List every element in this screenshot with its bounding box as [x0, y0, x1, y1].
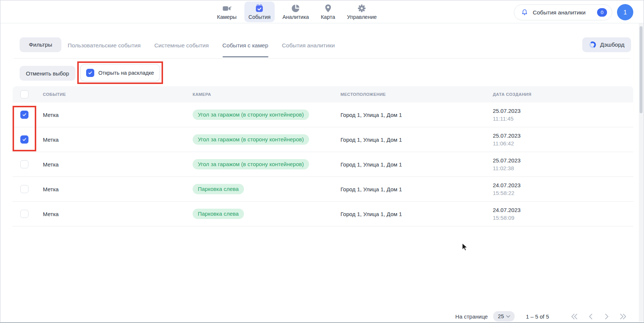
per-page-label: На странице — [455, 313, 488, 320]
dashboard-label: Дэшборд — [600, 41, 624, 48]
camera-icon — [222, 3, 232, 13]
dashboard-button[interactable]: Дэшборд — [582, 37, 631, 52]
created-cell: 25.07.202311:02:38 — [493, 157, 633, 172]
nav-item-cameras[interactable]: Камеры — [213, 1, 241, 22]
created-date: 24.07.2023 — [493, 206, 633, 214]
row-checkbox[interactable] — [20, 185, 28, 193]
table-header-row: СОБЫТИЕ КАМЕРА МЕСТОПОЛОЖЕНИЕ ДАТА СОЗДА… — [13, 86, 633, 102]
location-cell: Город 1, Улица 1, Дом 1 — [340, 161, 493, 168]
event-cell: Метка — [43, 161, 193, 168]
chevron-down-icon — [506, 315, 510, 318]
table-row[interactable]: Метка Парковка слева Город 1, Улица 1, Д… — [13, 202, 633, 226]
location-cell: Город 1, Улица 1, Дом 1 — [340, 211, 493, 217]
created-time: 15:58:09 — [493, 214, 633, 222]
row-checkbox[interactable] — [20, 210, 28, 218]
events-table: СОБЫТИЕ КАМЕРА МЕСТОПОЛОЖЕНИЕ ДАТА СОЗДА… — [13, 86, 633, 226]
row-checkbox[interactable] — [20, 160, 28, 168]
event-cell: Метка — [43, 211, 193, 217]
tabs: Пользовательские события Системные событ… — [68, 38, 335, 58]
created-date: 25.07.2023 — [493, 107, 633, 115]
pager — [570, 312, 627, 321]
tabs-divider — [14, 58, 630, 58]
open-on-layout-checkbox[interactable] — [86, 69, 94, 77]
table-row[interactable]: Метка Угол за гаражом (в сторону контейн… — [13, 102, 633, 127]
location-cell: Город 1, Улица 1, Дом 1 — [340, 186, 493, 192]
nav-label: Карта — [321, 14, 335, 20]
annotation-rectangle-open-on-layout: Открыть на раскладке — [77, 61, 163, 84]
nav-label: Аналитика — [282, 14, 309, 20]
per-page-value: 25 — [498, 313, 504, 319]
analytics-events-label: События аналитики — [533, 9, 586, 16]
column-header-location: МЕСТОПОЛОЖЕНИЕ — [340, 92, 493, 97]
app-window: Камеры События Аналитика Карта — [0, 0, 644, 323]
select-all-checkbox[interactable] — [20, 90, 28, 98]
table-row[interactable]: Метка Угол за гаражом (в сторону контейн… — [13, 127, 633, 152]
tab-camera-events[interactable]: События с камер — [223, 38, 268, 58]
gear-icon — [357, 3, 366, 13]
created-date: 24.07.2023 — [493, 181, 633, 189]
open-on-layout-label: Открыть на раскладке — [98, 70, 154, 76]
location-cell: Город 1, Улица 1, Дом 1 — [340, 112, 493, 118]
analytics-events-button[interactable]: События аналитики 0 — [514, 4, 612, 20]
open-on-layout-button[interactable]: Открыть на раскладке — [80, 64, 160, 81]
cancel-selection-button[interactable]: Отменить выбор — [20, 66, 75, 81]
created-time: 11:11:45 — [493, 115, 633, 122]
created-cell: 25.07.202311:11:45 — [493, 107, 633, 122]
tab-system-events[interactable]: Системные события — [154, 38, 209, 58]
created-time: 15:58:22 — [493, 189, 633, 197]
last-page-button[interactable] — [618, 312, 627, 321]
main-nav: Камеры События Аналитика Карта — [213, 1, 381, 22]
events-calendar-icon — [254, 3, 264, 13]
column-header-event: СОБЫТИЕ — [43, 92, 193, 97]
nav-item-management[interactable]: Управление — [343, 1, 381, 22]
top-bar: Камеры События Аналитика Карта — [0, 0, 644, 23]
camera-tag[interactable]: Угол за гаражом (в сторону контейнеров) — [193, 159, 309, 169]
map-pin-icon — [323, 3, 333, 13]
nav-item-analytics[interactable]: Аналитика — [278, 1, 313, 22]
camera-tag[interactable]: Угол за гаражом (в сторону контейнеров) — [193, 110, 309, 120]
mouse-cursor — [462, 243, 468, 251]
nav-item-map[interactable]: Карта — [317, 1, 339, 22]
row-checkbox[interactable] — [20, 111, 28, 119]
event-cell: Метка — [43, 112, 193, 118]
nav-label: Управление — [347, 14, 377, 20]
tab-user-events[interactable]: Пользовательские события — [68, 38, 140, 58]
user-avatar[interactable]: 1 — [617, 4, 633, 20]
created-time: 11:02:38 — [493, 164, 633, 172]
tab-analytics-events[interactable]: События аналитики — [282, 38, 335, 58]
created-time: 11:06:42 — [493, 139, 633, 147]
nav-label: Камеры — [217, 14, 237, 20]
column-header-camera: КАМЕРА — [193, 92, 340, 97]
camera-tag[interactable]: Парковка слева — [193, 209, 244, 219]
per-page-select[interactable]: 25 — [493, 311, 515, 322]
pagination-footer: На странице 25 1 – 5 of 5 — [0, 310, 627, 322]
camera-tag[interactable]: Парковка слева — [193, 184, 244, 194]
notification-count-badge: 0 — [597, 8, 607, 17]
event-cell: Метка — [43, 186, 193, 192]
scrollbar-thumb[interactable] — [640, 26, 643, 113]
camera-tag[interactable]: Угол за гаражом (в сторону контейнеров) — [193, 134, 309, 145]
pie-chart-icon — [291, 3, 300, 13]
created-cell: 24.07.202315:58:22 — [493, 181, 633, 197]
created-date: 25.07.2023 — [493, 132, 633, 139]
table-row[interactable]: Метка Угол за гаражом (в сторону контейн… — [13, 152, 633, 177]
location-cell: Город 1, Улица 1, Дом 1 — [340, 137, 493, 143]
filters-button[interactable]: Фильтры — [20, 37, 61, 52]
nav-item-events[interactable]: События — [244, 1, 275, 22]
bell-icon — [521, 9, 529, 17]
loader-donut-icon — [589, 41, 596, 48]
created-cell: 24.07.202315:58:09 — [493, 206, 633, 222]
range-label: 1 – 5 of 5 — [526, 313, 549, 320]
previous-page-button[interactable] — [586, 312, 595, 321]
created-cell: 25.07.202311:06:42 — [493, 132, 633, 147]
next-page-button[interactable] — [602, 312, 611, 321]
row-checkbox[interactable] — [20, 135, 28, 144]
vertical-scrollbar[interactable] — [639, 23, 643, 322]
created-date: 25.07.2023 — [493, 157, 633, 164]
table-row[interactable]: Метка Парковка слева Город 1, Улица 1, Д… — [13, 177, 633, 202]
first-page-button[interactable] — [570, 312, 579, 321]
event-cell: Метка — [43, 137, 193, 143]
nav-label: События — [248, 14, 271, 20]
column-header-created: ДАТА СОЗДАНИЯ — [493, 92, 633, 97]
